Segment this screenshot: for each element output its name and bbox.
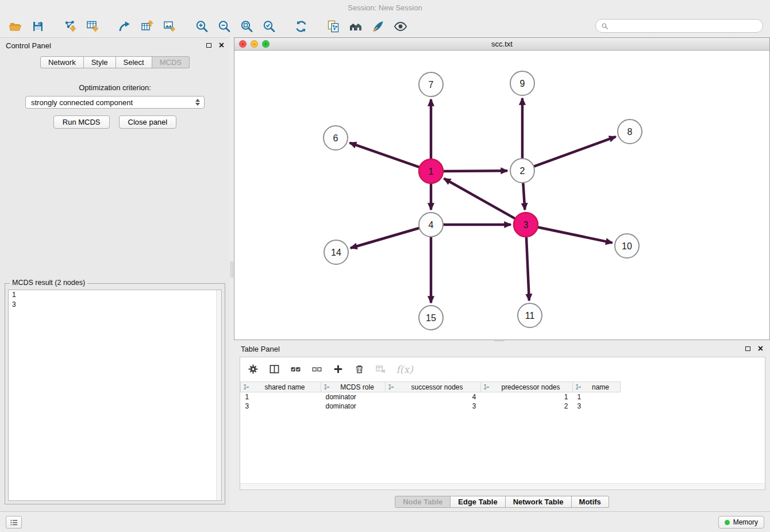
memory-button[interactable]: Memory	[718, 516, 764, 529]
open-folder-button[interactable]	[7, 18, 24, 35]
node-4[interactable]: 4	[419, 213, 443, 237]
column-header-predecessor-nodes[interactable]: predecessor nodes	[481, 382, 573, 392]
tab-style[interactable]: Style	[84, 56, 116, 68]
table-header-row: shared nameMCDS rolesuccessor nodesprede…	[241, 382, 621, 392]
node-3[interactable]: 3	[514, 213, 538, 237]
optimization-criterion-select[interactable]: strongly connected component	[25, 96, 205, 109]
network-window-title: scc.txt	[491, 40, 513, 48]
node-7[interactable]: 7	[419, 72, 443, 97]
run-mcds-button[interactable]: Run MCDS	[53, 115, 110, 129]
column-header-successor-nodes[interactable]: successor nodes	[386, 382, 481, 392]
table-panel-tabs: Node TableEdge TableNetwork TableMotifs	[234, 496, 770, 508]
table-tab-motifs[interactable]: Motifs	[572, 496, 609, 508]
table-tab-network-table[interactable]: Network Table	[506, 496, 572, 508]
add-icon	[333, 364, 344, 375]
column-label: successor nodes	[411, 383, 463, 391]
vertical-splitter-handle[interactable]	[230, 261, 233, 277]
table-tab-edge-table[interactable]: Edge Table	[451, 496, 505, 508]
close-window-icon[interactable]: ×	[239, 40, 247, 48]
save-button[interactable]	[29, 18, 47, 35]
node-1[interactable]: 1	[419, 159, 443, 183]
control-panel-header: Control Panel ×	[0, 38, 230, 53]
close-panel-icon[interactable]: ×	[219, 41, 224, 50]
import-table-button[interactable]	[84, 18, 101, 35]
first-neighbors-icon	[349, 20, 363, 33]
table-tab-node-table[interactable]: Node Table	[395, 496, 451, 508]
edge-3-10[interactable]	[536, 227, 613, 243]
zoom-fit-button[interactable]	[238, 18, 255, 35]
svg-text:7: 7	[429, 80, 434, 90]
table-body: 1dominator4113dominator323	[241, 392, 621, 411]
add-button[interactable]	[331, 362, 345, 376]
task-history-button[interactable]	[6, 516, 22, 529]
node-2[interactable]: 2	[510, 159, 534, 183]
column-header-name[interactable]: name	[573, 382, 621, 392]
minimize-window-icon[interactable]: −	[251, 40, 258, 48]
select-none-icon	[311, 364, 322, 375]
edge-2-8[interactable]	[532, 137, 616, 167]
node-9[interactable]: 9	[510, 71, 534, 95]
gear-button[interactable]	[246, 362, 260, 376]
export-network-button[interactable]	[116, 18, 133, 35]
edge-1-2[interactable]	[441, 171, 507, 171]
search-input[interactable]	[612, 22, 757, 30]
import-network-button[interactable]	[61, 18, 79, 35]
refresh-layout-button[interactable]	[292, 18, 310, 35]
zoom-out-button[interactable]	[215, 18, 233, 35]
clone-network-button[interactable]	[325, 18, 342, 35]
close-panel-button[interactable]: Close panel	[119, 115, 177, 129]
column-header-shared-name[interactable]: shared name	[241, 382, 321, 392]
table-row[interactable]: 3dominator323	[241, 402, 621, 411]
select-none-button[interactable]	[310, 362, 324, 376]
svg-text:3: 3	[523, 220, 529, 230]
mcds-result-line: 1	[9, 290, 221, 300]
node-14[interactable]: 14	[324, 240, 348, 264]
export-image-button[interactable]	[161, 18, 178, 35]
function-icon: f(x)	[396, 364, 407, 375]
network-window-titlebar[interactable]: ×−+ scc.txt	[234, 38, 769, 51]
table-cell: 3	[241, 402, 321, 411]
show-graphics-details-button[interactable]	[392, 18, 409, 35]
mcds-result-title: MCDS result (2 nodes)	[10, 279, 87, 287]
export-network-icon	[118, 20, 132, 33]
trash-button[interactable]	[352, 362, 366, 376]
float-table-panel-icon[interactable]	[745, 346, 750, 351]
tab-network[interactable]: Network	[40, 56, 84, 68]
toolbar-group	[292, 18, 310, 35]
edge-3-11[interactable]	[526, 235, 529, 300]
tab-select[interactable]: Select	[116, 56, 152, 68]
tab-mcds[interactable]: MCDS	[152, 56, 190, 68]
table-cell: 4	[386, 392, 481, 402]
node-6[interactable]: 6	[324, 126, 348, 150]
search-box[interactable]	[595, 19, 763, 33]
column-header-mcds-role[interactable]: MCDS role	[321, 382, 386, 392]
node-11[interactable]: 11	[518, 303, 542, 327]
edge-2-3[interactable]	[523, 181, 525, 210]
apply-style-button[interactable]	[369, 18, 387, 35]
edge-4-14[interactable]	[351, 228, 421, 248]
svg-text:14: 14	[331, 248, 341, 257]
columns-button[interactable]	[267, 362, 281, 376]
node-10[interactable]: 10	[615, 234, 639, 258]
float-panel-icon[interactable]	[206, 43, 211, 48]
table-horizontal-scrollbar[interactable]	[240, 483, 765, 489]
zoom-in-button[interactable]	[193, 18, 210, 35]
edge-3-1[interactable]	[444, 179, 517, 219]
export-table-button[interactable]	[138, 18, 156, 35]
close-table-panel-icon[interactable]: ×	[758, 344, 763, 353]
table-panel: Table Panel × f(x) shared nameMCDS roles…	[234, 342, 770, 510]
first-neighbors-button[interactable]	[347, 18, 364, 35]
zoom-selected-button[interactable]	[260, 18, 278, 35]
edge-1-6[interactable]	[350, 143, 421, 168]
node-8[interactable]: 8	[618, 119, 642, 144]
network-canvas[interactable]: 7968124314101511	[234, 51, 769, 340]
toolbar-group	[325, 18, 409, 35]
apply-style-icon	[371, 20, 385, 33]
select-all-button[interactable]	[288, 362, 302, 376]
result-scrollbar[interactable]	[216, 290, 221, 500]
refresh-layout-icon	[294, 20, 308, 33]
table-row[interactable]: 1dominator411	[241, 392, 621, 402]
node-15[interactable]: 15	[419, 306, 443, 330]
table-cell: 2	[481, 402, 573, 411]
zoom-window-icon[interactable]: +	[262, 40, 270, 48]
